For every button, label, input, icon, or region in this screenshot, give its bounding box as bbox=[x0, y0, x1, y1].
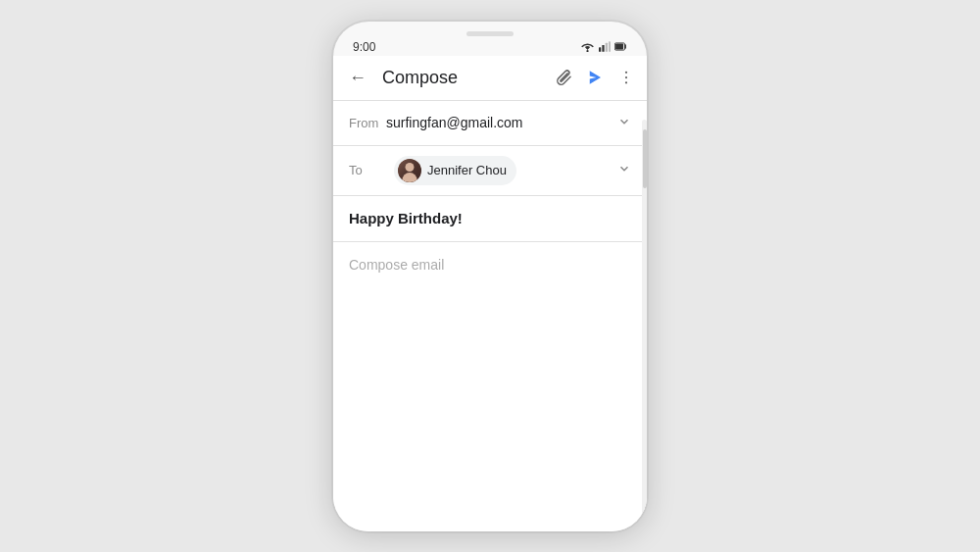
svg-point-10 bbox=[625, 76, 627, 78]
svg-rect-4 bbox=[609, 41, 611, 52]
recipient-name: Jennifer Chou bbox=[427, 163, 507, 177]
subject-text: Happy Birthday! bbox=[349, 210, 463, 226]
scrollbar-thumb bbox=[643, 129, 647, 188]
app-bar: ← Compose bbox=[333, 56, 647, 101]
status-time: 9:00 bbox=[353, 40, 375, 54]
to-row: To Jennifer Chou bbox=[333, 146, 647, 196]
back-button[interactable]: ← bbox=[345, 64, 370, 92]
attach-icon[interactable] bbox=[555, 69, 572, 86]
svg-rect-2 bbox=[602, 45, 604, 52]
to-expand-arrow[interactable] bbox=[617, 162, 631, 178]
from-row: From surfingfan@gmail.com bbox=[333, 101, 647, 146]
battery-icon bbox=[614, 41, 627, 52]
signal-icon bbox=[599, 41, 611, 52]
wifi-icon bbox=[580, 41, 595, 52]
svg-point-11 bbox=[625, 81, 627, 83]
subject-row[interactable]: Happy Birthday! bbox=[333, 196, 647, 242]
scrollbar-track bbox=[642, 120, 647, 531]
to-label: To bbox=[349, 163, 386, 177]
status-icons bbox=[580, 41, 627, 52]
send-icon[interactable] bbox=[586, 69, 604, 86]
body-row[interactable]: Compose email bbox=[333, 242, 647, 531]
from-label: From bbox=[349, 116, 386, 130]
body-placeholder: Compose email bbox=[349, 257, 444, 273]
avatar bbox=[398, 159, 421, 182]
svg-rect-3 bbox=[606, 43, 608, 52]
svg-rect-6 bbox=[615, 44, 623, 50]
toolbar-icons bbox=[555, 69, 635, 86]
svg-point-0 bbox=[586, 50, 588, 52]
recipient-chip[interactable]: Jennifer Chou bbox=[394, 156, 516, 185]
svg-point-9 bbox=[625, 72, 627, 74]
status-bar: 9:00 bbox=[333, 36, 647, 56]
email-content: From surfingfan@gmail.com To Jennifer Ch… bbox=[333, 101, 647, 531]
from-expand-arrow[interactable] bbox=[617, 115, 631, 131]
phone-frame: 9:00 ← Compose bbox=[333, 22, 647, 531]
from-address[interactable]: surfingfan@gmail.com bbox=[386, 115, 617, 130]
svg-rect-1 bbox=[599, 47, 601, 52]
avatar-image bbox=[398, 159, 421, 182]
svg-marker-8 bbox=[590, 71, 601, 84]
compose-title: Compose bbox=[382, 68, 543, 88]
more-options-icon[interactable] bbox=[617, 69, 635, 86]
